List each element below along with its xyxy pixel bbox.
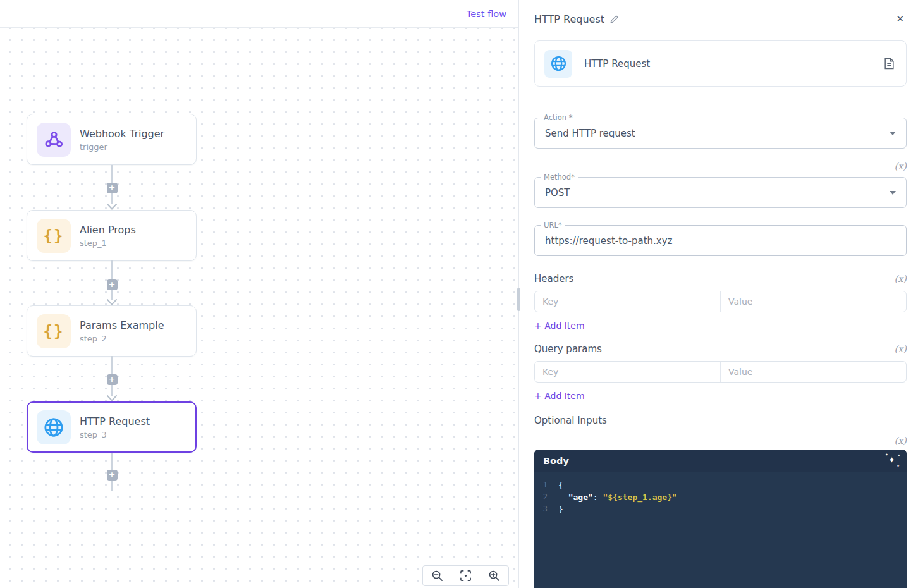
- code-line: 2 "age": "${step_1.age}": [534, 491, 907, 503]
- query-value-input[interactable]: [721, 362, 906, 382]
- action-value: Send HTTP request: [545, 128, 635, 139]
- method-label: Method*: [541, 173, 578, 181]
- piece-name: HTTP Request: [584, 58, 650, 70]
- canvas-zoom-toolbar: [422, 565, 509, 586]
- chevron-down-icon: [890, 191, 896, 195]
- canvas-topbar: Test flow: [0, 0, 518, 28]
- url-field[interactable]: URL* https://request-to-path.xyz: [534, 225, 907, 256]
- body-code-editor[interactable]: Body ✦✦✦✦ 1 { 2 "age": "${step_1.age}" 3…: [534, 450, 907, 588]
- body-label: Body: [543, 456, 569, 466]
- panel-title: HTTP Request: [534, 13, 604, 25]
- zoom-in-icon[interactable]: [480, 566, 508, 585]
- fit-view-icon[interactable]: [451, 566, 479, 585]
- dynamic-value-toggle[interactable]: (x): [895, 435, 907, 446]
- add-step-button[interactable]: +: [107, 374, 118, 385]
- arrow-down-icon: [107, 395, 117, 401]
- node-webhook-trigger[interactable]: Webhook Trigger trigger: [27, 114, 197, 165]
- document-icon[interactable]: [884, 58, 895, 70]
- code-line: 3 }: [534, 503, 907, 515]
- node-title: Params Example: [80, 319, 164, 331]
- zoom-out-icon[interactable]: [423, 566, 451, 585]
- headers-add-item-button[interactable]: + Add Item: [534, 321, 585, 331]
- url-value: https://request-to-path.xyz: [545, 235, 672, 247]
- close-icon[interactable]: ✕: [893, 12, 907, 26]
- connector: +: [106, 165, 118, 210]
- headers-label: Headers: [534, 273, 573, 285]
- step-settings-panel: HTTP Request ✕ HTTP Request: [519, 0, 918, 588]
- node-http-request[interactable]: HTTP Request step_3: [27, 401, 197, 453]
- webhook-icon: [37, 123, 71, 157]
- dynamic-value-toggle[interactable]: (x): [895, 343, 907, 355]
- connector: +: [106, 356, 118, 401]
- panel-resize-handle[interactable]: [517, 288, 520, 311]
- code-line: 1 {: [534, 479, 907, 491]
- node-subtitle: step_1: [80, 238, 136, 248]
- arrow-down-icon: [107, 204, 117, 210]
- query-add-item-button[interactable]: + Add Item: [534, 391, 585, 401]
- node-alien-props[interactable]: {} Alien Props step_1: [27, 210, 197, 261]
- ai-sparkle-icon[interactable]: ✦✦✦✦: [887, 455, 898, 467]
- action-select[interactable]: Action * Send HTTP request: [534, 118, 907, 149]
- node-subtitle: step_2: [80, 334, 164, 343]
- editor-header: Body ✦✦✦✦: [534, 450, 907, 472]
- add-step-button[interactable]: +: [107, 183, 118, 193]
- method-select[interactable]: Method* POST: [534, 177, 907, 208]
- node-title: Alien Props: [80, 224, 136, 236]
- globe-icon: [544, 50, 572, 78]
- connector: +: [106, 260, 118, 305]
- dynamic-value-toggle[interactable]: (x): [895, 161, 907, 172]
- headers-kv-row: [534, 291, 907, 312]
- panel-header: HTTP Request ✕: [534, 12, 907, 26]
- node-params-example[interactable]: {} Params Example step_2: [27, 305, 197, 357]
- query-params-kv-row: [534, 361, 907, 383]
- url-label: URL*: [541, 221, 565, 230]
- method-value: POST: [545, 187, 570, 199]
- braces-icon: {}: [37, 314, 71, 348]
- dynamic-value-toggle[interactable]: (x): [895, 273, 907, 285]
- globe-icon: [37, 410, 71, 444]
- optional-inputs-label: Optional Inputs: [534, 415, 907, 426]
- add-step-button[interactable]: +: [107, 279, 118, 290]
- node-subtitle: step_3: [80, 430, 150, 439]
- query-key-input[interactable]: [535, 362, 720, 382]
- edit-name-icon[interactable]: [609, 15, 619, 24]
- query-params-label: Query params: [534, 343, 602, 355]
- flow-builder-app: Test flow Webhook Trigger trigger: [0, 0, 918, 588]
- piece-info-card: HTTP Request: [534, 40, 907, 87]
- add-step-button[interactable]: +: [107, 470, 118, 481]
- arrow-down-icon: [107, 299, 117, 305]
- node-title: Webhook Trigger: [80, 128, 164, 140]
- test-flow-button[interactable]: Test flow: [467, 9, 506, 19]
- braces-icon: {}: [37, 219, 71, 253]
- node-subtitle: trigger: [80, 142, 164, 152]
- action-label: Action *: [541, 113, 575, 122]
- headers-value-input[interactable]: [721, 291, 906, 312]
- headers-key-input[interactable]: [535, 291, 720, 312]
- chevron-down-icon: [890, 132, 896, 135]
- connector: +: [106, 453, 118, 491]
- code-area[interactable]: 1 { 2 "age": "${step_1.age}" 3 }: [534, 472, 907, 515]
- node-title: HTTP Request: [80, 415, 150, 427]
- flow-canvas[interactable]: Test flow Webhook Trigger trigger: [0, 0, 519, 588]
